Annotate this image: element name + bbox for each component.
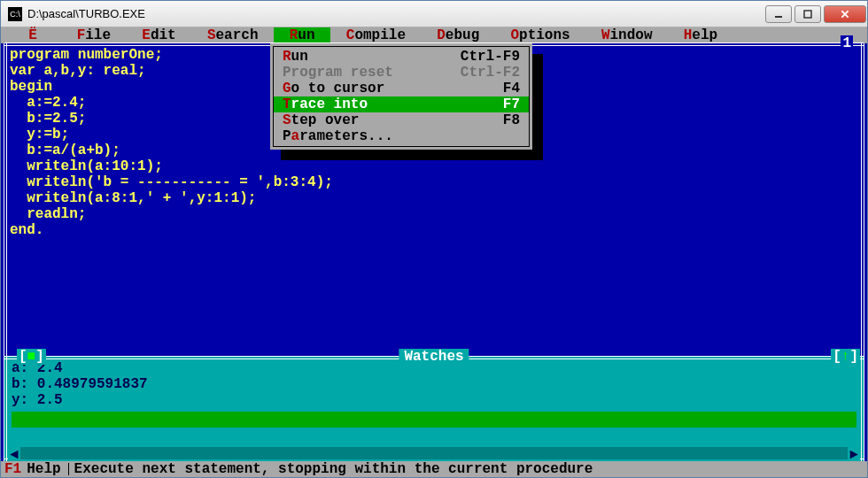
app-icon: C:\ (8, 7, 22, 21)
watches-window: [■] Watches 2 [↑] a: 2.4 b: 0.4897959183… (4, 357, 864, 461)
watches-hscrollbar[interactable]: ◄ ► (8, 447, 860, 459)
svg-rect-0 (775, 16, 782, 18)
watches-maximize-button[interactable]: [↑] (831, 349, 860, 365)
scroll-right-icon[interactable]: ► (848, 447, 860, 459)
svg-rect-1 (804, 11, 811, 18)
menubar[interactable]: Ë File Edit Search Run Compile Debug Opt… (1, 27, 867, 43)
app-window: C:\ D:\pascal\TURBO.EXE Ë File Edit Sear… (0, 0, 868, 478)
menu-options[interactable]: Options (495, 27, 585, 43)
window-title: D:\pascal\TURBO.EXE (27, 7, 145, 20)
menuitem-program-reset: Program resetCtrl-F2 (274, 65, 529, 81)
watches-content[interactable]: a: 2.4 b: 0.48979591837 y: 2.5 (12, 360, 856, 445)
dos-screen: Ë File Edit Search Run Compile Debug Opt… (1, 27, 867, 477)
menuitem-parameters[interactable]: Parameters... (274, 128, 529, 144)
menuitem-step-over[interactable]: Step overF8 (274, 112, 529, 128)
scroll-left-icon[interactable]: ◄ (8, 447, 20, 459)
menu-edit[interactable]: Edit (127, 27, 192, 43)
status-key: F1 (4, 461, 27, 477)
status-hint: Execute next statement, stopping within … (74, 461, 593, 477)
menu-run[interactable]: Run (274, 27, 330, 43)
watches-cursor-line[interactable] (12, 412, 856, 428)
run-dropdown: RunCtrl-F9 Program resetCtrl-F2 Go to cu… (270, 43, 532, 150)
close-button[interactable] (824, 5, 866, 23)
menu-compile[interactable]: Compile (330, 27, 421, 43)
menu-help[interactable]: Help (668, 27, 733, 43)
titlebar[interactable]: C:\ D:\pascal\TURBO.EXE (1, 1, 867, 27)
menu-file[interactable]: File (61, 27, 127, 43)
maximize-button[interactable] (794, 5, 821, 23)
status-separator (68, 463, 69, 475)
watch-line[interactable]: y: 2.5 (12, 392, 856, 408)
watch-line[interactable]: b: 0.48979591837 (12, 376, 856, 392)
menu-window[interactable]: Window (585, 27, 668, 43)
menuitem-run[interactable]: RunCtrl-F9 (274, 49, 529, 65)
watches-close-button[interactable]: [■] (17, 349, 46, 365)
menuitem-go-to-cursor[interactable]: Go to cursorF4 (274, 81, 529, 96)
status-key-label: Help (27, 461, 67, 477)
menu-search[interactable]: Search (191, 27, 274, 43)
menu-debug[interactable]: Debug (422, 27, 495, 43)
statusbar: F1 Help Execute next statement, stopping… (1, 461, 867, 477)
editor-window-number: 1 (841, 35, 853, 51)
menuitem-trace-into[interactable]: Trace intoF7 (274, 96, 529, 112)
watches-title: Watches (399, 349, 469, 365)
system-menu[interactable]: Ë (4, 27, 61, 43)
minimize-button[interactable] (765, 5, 792, 23)
